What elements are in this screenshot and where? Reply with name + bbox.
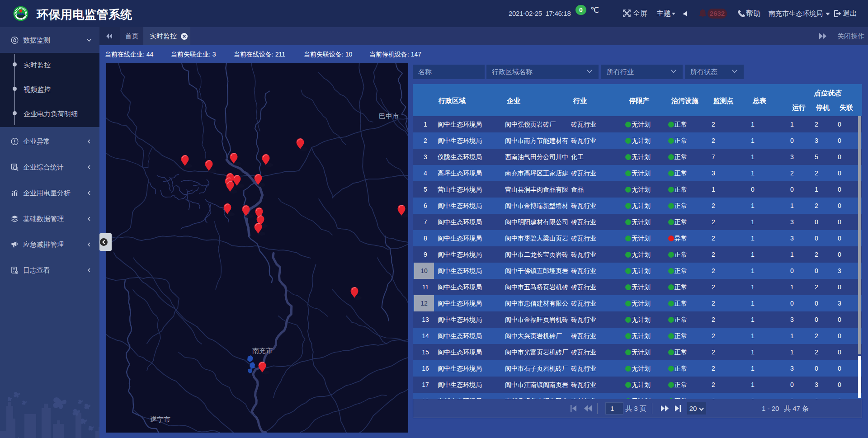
- svg-text:南充市: 南充市: [252, 347, 273, 354]
- svg-text:巴中市: 巴中市: [379, 112, 399, 120]
- svg-text:遂宁市: 遂宁市: [150, 415, 170, 423]
